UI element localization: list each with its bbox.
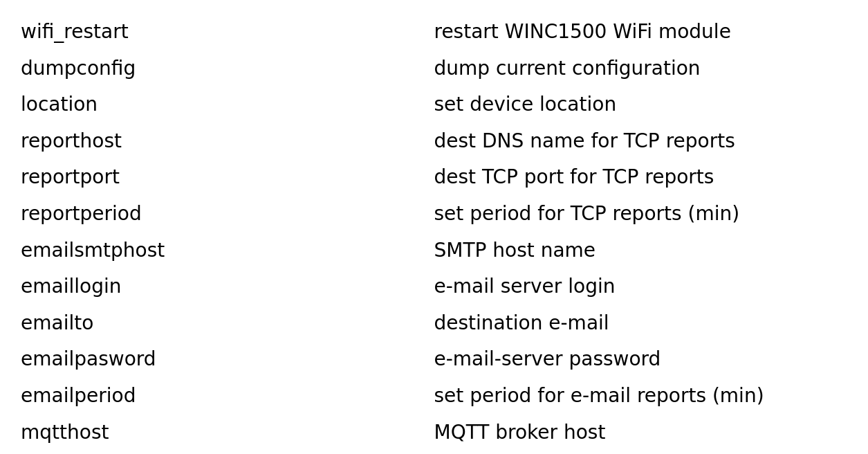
- command-description: set device location: [434, 87, 848, 123]
- table-row: emailpasworde-mail-server password: [21, 341, 847, 378]
- command-description: e-mail server login: [434, 269, 848, 305]
- command-description: set period for TCP reports (min): [434, 196, 848, 233]
- table-row: emailperiodset period for e-mail reports…: [21, 378, 847, 415]
- command-name: reportperiod: [21, 196, 434, 233]
- command-description: SMTP host name: [434, 233, 848, 269]
- command-name: mqtthost: [21, 415, 434, 451]
- command-name: reportport: [21, 159, 434, 196]
- command-name: reporthost: [21, 123, 434, 160]
- command-description: e-mail-server password: [434, 341, 848, 378]
- command-name: emaillogin: [21, 269, 434, 305]
- table-row: emailtodestination e-mail: [21, 305, 847, 342]
- command-description: restart WINC1500 WiFi module: [434, 14, 848, 51]
- command-description: destination e-mail: [434, 305, 848, 342]
- command-description: dest TCP port for TCP reports: [434, 159, 848, 196]
- table-row: locationset device location: [21, 87, 847, 123]
- command-name: emailperiod: [21, 378, 434, 415]
- command-reference-table: wifi_restartrestart WINC1500 WiFi module…: [21, 14, 847, 451]
- command-name: wifi_restart: [21, 14, 434, 51]
- table-row: reportperiodset period for TCP reports (…: [21, 196, 847, 233]
- command-description: dump current configuration: [434, 51, 848, 87]
- command-name: dumpconfig: [21, 51, 434, 87]
- command-description: MQTT broker host: [434, 415, 848, 451]
- table-row: emaillogine-mail server login: [21, 269, 847, 305]
- command-name: emailsmtphost: [21, 233, 434, 269]
- table-row: reportportdest TCP port for TCP reports: [21, 159, 847, 196]
- command-name: emailto: [21, 305, 434, 342]
- table-row: dumpconfigdump current configuration: [21, 51, 847, 87]
- command-description: dest DNS name for TCP reports: [434, 123, 848, 160]
- table-row: wifi_restartrestart WINC1500 WiFi module: [21, 14, 847, 51]
- table-row: mqtthostMQTT broker host: [21, 415, 847, 451]
- command-description: set period for e-mail reports (min): [434, 378, 848, 415]
- table-row: reporthostdest DNS name for TCP reports: [21, 123, 847, 160]
- table-row: emailsmtphostSMTP host name: [21, 233, 847, 269]
- command-name: emailpasword: [21, 341, 434, 378]
- command-name: location: [21, 87, 434, 123]
